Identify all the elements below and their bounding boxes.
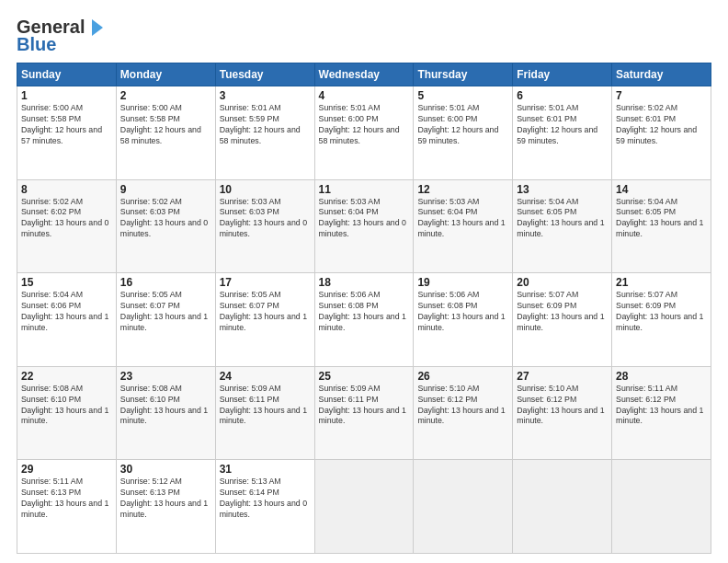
calendar-cell: 8Sunrise: 5:02 AMSunset: 6:02 PMDaylight…	[17, 179, 117, 273]
calendar-cell: 9Sunrise: 5:02 AMSunset: 6:03 PMDaylight…	[116, 179, 215, 273]
day-number: 21	[616, 276, 707, 289]
day-info: Sunrise: 5:04 AMSunset: 6:05 PMDaylight:…	[616, 197, 707, 241]
day-number: 1	[21, 89, 112, 102]
day-number: 28	[616, 370, 707, 383]
calendar-cell: 4Sunrise: 5:01 AMSunset: 6:00 PMDaylight…	[314, 86, 414, 180]
calendar-cell: 12Sunrise: 5:03 AMSunset: 6:04 PMDayligh…	[414, 179, 513, 273]
col-header-monday: Monday	[116, 63, 215, 86]
calendar-cell: 23Sunrise: 5:08 AMSunset: 6:10 PMDayligh…	[116, 366, 215, 460]
calendar-cell: 7Sunrise: 5:02 AMSunset: 6:01 PMDaylight…	[612, 86, 711, 180]
day-info: Sunrise: 5:01 AMSunset: 5:59 PMDaylight:…	[220, 103, 311, 147]
page: General Blue SundayMondayTuesdayWednesda…	[0, 0, 728, 563]
svg-marker-0	[92, 19, 103, 36]
day-info: Sunrise: 5:01 AMSunset: 6:00 PMDaylight:…	[417, 103, 508, 147]
calendar-cell: 2Sunrise: 5:00 AMSunset: 5:58 PMDaylight…	[116, 86, 215, 180]
calendar-cell: 18Sunrise: 5:06 AMSunset: 6:08 PMDayligh…	[314, 273, 414, 367]
calendar-table: SundayMondayTuesdayWednesdayThursdayFrid…	[17, 63, 711, 554]
day-number: 11	[319, 183, 410, 196]
logo-arrow-icon	[85, 17, 105, 38]
day-info: Sunrise: 5:00 AMSunset: 5:58 PMDaylight:…	[21, 103, 112, 147]
calendar-cell: 6Sunrise: 5:01 AMSunset: 6:01 PMDaylight…	[513, 86, 612, 180]
day-info: Sunrise: 5:00 AMSunset: 5:58 PMDaylight:…	[120, 103, 211, 147]
logo: General Blue	[17, 17, 105, 55]
day-number: 29	[21, 463, 112, 476]
day-number: 8	[21, 183, 112, 196]
calendar-cell: 19Sunrise: 5:06 AMSunset: 6:08 PMDayligh…	[414, 273, 513, 367]
col-header-friday: Friday	[513, 63, 612, 86]
day-info: Sunrise: 5:02 AMSunset: 6:01 PMDaylight:…	[616, 103, 707, 147]
day-info: Sunrise: 5:01 AMSunset: 6:01 PMDaylight:…	[517, 103, 608, 147]
day-number: 2	[120, 89, 211, 102]
calendar-cell: 21Sunrise: 5:07 AMSunset: 6:09 PMDayligh…	[612, 273, 711, 367]
day-number: 12	[417, 183, 508, 196]
day-number: 15	[21, 276, 112, 289]
day-number: 24	[220, 370, 311, 383]
calendar-cell	[513, 460, 612, 554]
day-info: Sunrise: 5:04 AMSunset: 6:05 PMDaylight:…	[517, 197, 608, 241]
day-number: 14	[616, 183, 707, 196]
day-number: 16	[120, 276, 211, 289]
col-header-sunday: Sunday	[17, 63, 117, 86]
calendar-cell: 20Sunrise: 5:07 AMSunset: 6:09 PMDayligh…	[513, 273, 612, 367]
calendar-cell: 29Sunrise: 5:11 AMSunset: 6:13 PMDayligh…	[17, 460, 117, 554]
day-info: Sunrise: 5:06 AMSunset: 6:08 PMDaylight:…	[319, 290, 410, 334]
col-header-wednesday: Wednesday	[314, 63, 414, 86]
day-info: Sunrise: 5:06 AMSunset: 6:08 PMDaylight:…	[417, 290, 508, 334]
header: General Blue	[17, 17, 711, 55]
calendar-cell: 1Sunrise: 5:00 AMSunset: 5:58 PMDaylight…	[17, 86, 117, 180]
calendar-cell: 17Sunrise: 5:05 AMSunset: 6:07 PMDayligh…	[215, 273, 314, 367]
calendar-cell: 10Sunrise: 5:03 AMSunset: 6:03 PMDayligh…	[215, 179, 314, 273]
day-number: 13	[517, 183, 608, 196]
calendar-cell: 14Sunrise: 5:04 AMSunset: 6:05 PMDayligh…	[612, 179, 711, 273]
day-info: Sunrise: 5:10 AMSunset: 6:12 PMDaylight:…	[417, 384, 508, 428]
day-info: Sunrise: 5:02 AMSunset: 6:03 PMDaylight:…	[120, 197, 211, 241]
calendar-cell: 26Sunrise: 5:10 AMSunset: 6:12 PMDayligh…	[414, 366, 513, 460]
day-info: Sunrise: 5:04 AMSunset: 6:06 PMDaylight:…	[21, 290, 112, 334]
day-info: Sunrise: 5:08 AMSunset: 6:10 PMDaylight:…	[21, 384, 112, 428]
calendar-cell: 27Sunrise: 5:10 AMSunset: 6:12 PMDayligh…	[513, 366, 612, 460]
day-info: Sunrise: 5:05 AMSunset: 6:07 PMDaylight:…	[220, 290, 311, 334]
day-number: 19	[417, 276, 508, 289]
col-header-tuesday: Tuesday	[215, 63, 314, 86]
day-info: Sunrise: 5:03 AMSunset: 6:04 PMDaylight:…	[417, 197, 508, 241]
day-number: 17	[220, 276, 311, 289]
day-info: Sunrise: 5:12 AMSunset: 6:13 PMDaylight:…	[120, 477, 211, 521]
calendar-cell: 31Sunrise: 5:13 AMSunset: 6:14 PMDayligh…	[215, 460, 314, 554]
day-info: Sunrise: 5:10 AMSunset: 6:12 PMDaylight:…	[517, 384, 608, 428]
day-number: 30	[120, 463, 211, 476]
day-info: Sunrise: 5:05 AMSunset: 6:07 PMDaylight:…	[120, 290, 211, 334]
day-number: 25	[319, 370, 410, 383]
day-number: 31	[220, 463, 311, 476]
day-info: Sunrise: 5:07 AMSunset: 6:09 PMDaylight:…	[517, 290, 608, 334]
day-number: 10	[220, 183, 311, 196]
day-info: Sunrise: 5:01 AMSunset: 6:00 PMDaylight:…	[319, 103, 410, 147]
day-number: 20	[517, 276, 608, 289]
day-number: 22	[21, 370, 112, 383]
calendar-cell	[414, 460, 513, 554]
calendar-cell: 30Sunrise: 5:12 AMSunset: 6:13 PMDayligh…	[116, 460, 215, 554]
day-info: Sunrise: 5:03 AMSunset: 6:03 PMDaylight:…	[220, 197, 311, 241]
calendar-cell: 25Sunrise: 5:09 AMSunset: 6:11 PMDayligh…	[314, 366, 414, 460]
day-info: Sunrise: 5:13 AMSunset: 6:14 PMDaylight:…	[220, 477, 311, 521]
day-info: Sunrise: 5:11 AMSunset: 6:13 PMDaylight:…	[21, 477, 112, 521]
day-info: Sunrise: 5:03 AMSunset: 6:04 PMDaylight:…	[319, 197, 410, 241]
calendar-cell: 3Sunrise: 5:01 AMSunset: 5:59 PMDaylight…	[215, 86, 314, 180]
day-number: 9	[120, 183, 211, 196]
calendar-cell	[314, 460, 414, 554]
day-info: Sunrise: 5:02 AMSunset: 6:02 PMDaylight:…	[21, 197, 112, 241]
calendar-cell: 5Sunrise: 5:01 AMSunset: 6:00 PMDaylight…	[414, 86, 513, 180]
day-info: Sunrise: 5:09 AMSunset: 6:11 PMDaylight:…	[319, 384, 410, 428]
day-number: 5	[417, 89, 508, 102]
calendar-cell: 28Sunrise: 5:11 AMSunset: 6:12 PMDayligh…	[612, 366, 711, 460]
calendar-cell: 11Sunrise: 5:03 AMSunset: 6:04 PMDayligh…	[314, 179, 414, 273]
calendar-cell	[612, 460, 711, 554]
col-header-thursday: Thursday	[414, 63, 513, 86]
day-number: 3	[220, 89, 311, 102]
col-header-saturday: Saturday	[612, 63, 711, 86]
day-number: 7	[616, 89, 707, 102]
day-number: 27	[517, 370, 608, 383]
day-number: 4	[319, 89, 410, 102]
day-number: 18	[319, 276, 410, 289]
calendar-cell: 22Sunrise: 5:08 AMSunset: 6:10 PMDayligh…	[17, 366, 117, 460]
day-info: Sunrise: 5:09 AMSunset: 6:11 PMDaylight:…	[220, 384, 311, 428]
